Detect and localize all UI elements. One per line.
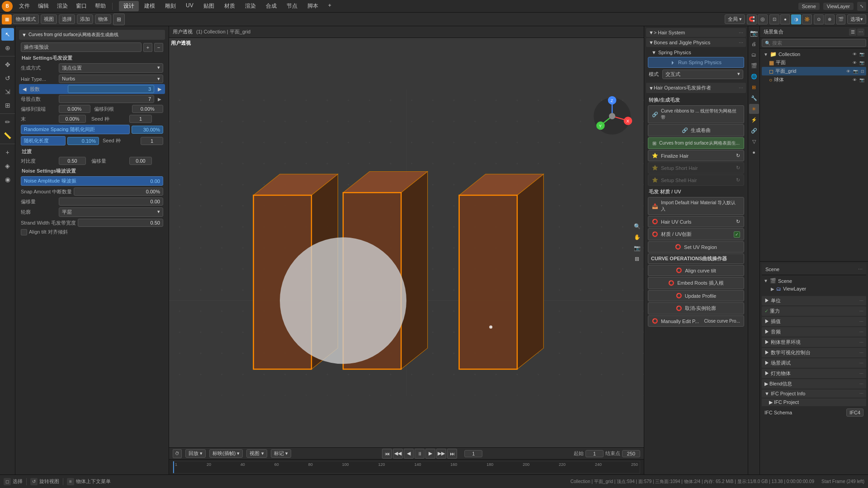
lights-section[interactable]: ▶ 灯光物体 ⋯	[762, 369, 866, 378]
object-props-icon[interactable]: ⊞	[749, 82, 759, 92]
curves-section-header[interactable]: ▼ Curves from grid surface从网格表面生成曲线	[19, 30, 165, 40]
particles-icon[interactable]: ✳	[749, 104, 759, 114]
playback-selector[interactable]: 标映(插帧) ▾	[209, 449, 243, 458]
maximize-btn[interactable]: ⤡	[857, 2, 866, 11]
gizmo-icon[interactable]: ⊕	[825, 14, 835, 24]
properties-options[interactable]: ⋯	[858, 267, 863, 272]
uv-curls-refresh-icon[interactable]: ↻	[736, 219, 740, 225]
scene-item[interactable]: ▼ 🎬 Scene	[762, 277, 866, 285]
scene-selector[interactable]: Scene	[798, 3, 820, 10]
jump-end-btn[interactable]: ⏭	[447, 449, 457, 459]
menu-render[interactable]: 渲染	[53, 1, 71, 11]
view-layer-item[interactable]: ▶ 🗂 ViewLayer	[762, 285, 866, 292]
tab-material[interactable]: 材质	[220, 1, 240, 11]
snap-offset-value[interactable]: 0.00	[59, 197, 163, 206]
object-mode-selector[interactable]: 物体模式	[13, 14, 39, 24]
strands-value[interactable]: 3	[68, 85, 154, 93]
scene-test-section[interactable]: ▶ 场景调试 ⋯	[762, 358, 866, 368]
end-frame-value[interactable]: 250	[622, 450, 640, 457]
viewport[interactable]: Z X Y 用户透视	[169, 38, 644, 447]
shell-hair-refresh-icon[interactable]: ↻	[736, 177, 740, 183]
snap-icon[interactable]: 🧲	[747, 14, 757, 24]
sphere-item[interactable]: ○ 球体 👁 📷	[762, 75, 866, 84]
render-preview-icon[interactable]: 🔆	[802, 14, 812, 24]
markers-selector[interactable]: 标记 ▾	[271, 449, 291, 458]
prev-frame-btn[interactable]: ◀	[404, 449, 414, 459]
offset-root-value[interactable]: 0.00%	[132, 105, 164, 113]
generate-curls-btn[interactable]: 🔗 生成卷曲	[648, 124, 744, 136]
annotate-tool[interactable]: ✏	[1, 116, 14, 128]
blend-info-section[interactable]: ▶ Blend信息 ⋯	[762, 379, 866, 389]
lights-options[interactable]: ⋯	[859, 371, 863, 376]
tab-texture[interactable]: 贴图	[199, 1, 219, 11]
output-props-icon[interactable]: 🖨	[749, 39, 759, 49]
plane-grid-render-icon[interactable]: 📷	[853, 69, 858, 74]
ifc-schema-value[interactable]: IFC4	[846, 408, 863, 417]
hair-uv-curls-btn[interactable]: ⭕ Hair UV Curls ↻	[648, 216, 744, 227]
rotate-view-btn[interactable]: ↺	[30, 478, 38, 485]
tab-sculpt[interactable]: 雕刻	[160, 1, 180, 11]
play-btn[interactable]: ⏸	[415, 449, 425, 459]
constraints-icon[interactable]: 🔗	[749, 126, 759, 136]
rigid-body-section[interactable]: ▶ 刚体世界环境 ⋯	[762, 338, 866, 347]
collection-item[interactable]: ▼ 📁 Collection 👁 📷	[762, 50, 866, 58]
menu-edit[interactable]: 编辑	[34, 1, 52, 11]
menu-window[interactable]: 窗口	[72, 1, 90, 11]
ifc-project-options[interactable]: ⋯	[859, 391, 863, 396]
setup-short-hair-btn[interactable]: ⭐ Setup Short Hair ↻	[648, 162, 744, 174]
audio-options[interactable]: ⋯	[859, 330, 863, 334]
preset-add-btn[interactable]: +	[143, 43, 152, 52]
plane-grid-item[interactable]: ◻ 平面_grid 👁 📷 ⊡	[762, 67, 866, 75]
tab-render[interactable]: 渲染	[241, 1, 260, 11]
cancel-example-btn[interactable]: ⭕ 取消-实例轮廓	[648, 302, 744, 314]
collection-render-icon[interactable]: 📷	[859, 52, 864, 56]
timeline-mode-btn[interactable]: ⏱	[173, 449, 182, 458]
select-menu[interactable]: 选择	[59, 14, 75, 24]
bones-options-icon[interactable]: ⋯	[739, 40, 743, 45]
setup-shell-hair-btn[interactable]: ⭐ Setup Shell Hair ↻	[648, 174, 744, 186]
physics-icon[interactable]: ⚡	[749, 115, 759, 125]
hair-operators-header[interactable]: ▼ Hair Operators毛发操作者 ⋯	[646, 83, 746, 93]
preset-remove-btn[interactable]: −	[154, 43, 163, 52]
preset-field[interactable]: 操作项预设	[21, 42, 142, 52]
close-curve-label[interactable]: Close curve Pro...	[702, 319, 740, 324]
add-object-tool[interactable]: +	[1, 146, 14, 159]
manually-edit-btn[interactable]: ⭕ Manually Edit P... Close curve Pro...	[648, 315, 744, 327]
rand-seed-value[interactable]: 1	[141, 137, 163, 145]
proportional-icon[interactable]: ◎	[758, 14, 768, 24]
strand-width-value[interactable]: 0.50	[78, 219, 163, 227]
ifc-project-section[interactable]: ▼ IFC Project Info ⋯	[762, 389, 866, 398]
hair-system-options-icon[interactable]: ⋯	[739, 30, 743, 35]
start-frame-value[interactable]: 1	[585, 450, 604, 457]
scene-visibility-icon[interactable]: 🎬	[836, 14, 845, 24]
hair-ops-options-icon[interactable]: ⋯	[739, 85, 743, 90]
gravity-section[interactable]: ✓ 重力 ⋯	[762, 306, 866, 316]
randomize-spacing-value[interactable]: 30.00%	[132, 126, 163, 134]
cursor-tool[interactable]: ⊕	[1, 42, 14, 54]
tip-value[interactable]: 0.00%	[59, 115, 86, 123]
snap-amount-value[interactable]: 0.00%	[74, 188, 163, 196]
wireframe-icon[interactable]: ⊡	[769, 14, 779, 24]
view-selector[interactable]: 视图 ▾	[246, 449, 267, 458]
hair-system-header[interactable]: ▼ > Hair System ⋯	[646, 28, 746, 37]
gravity-options[interactable]: ⋯	[859, 309, 863, 314]
control-points-btn[interactable]: ▶	[156, 97, 163, 102]
transform-tool[interactable]: ⊞	[1, 99, 14, 112]
tab-modeling[interactable]: 建模	[140, 1, 160, 11]
scale-tool[interactable]: ⇲	[1, 85, 14, 98]
control-points-value[interactable]: 7	[59, 95, 154, 103]
tab-design[interactable]: 设计	[119, 1, 139, 11]
menu-help[interactable]: 帮助	[91, 1, 109, 11]
select-tool[interactable]: ↖	[1, 28, 14, 41]
ifc-sub-item[interactable]: ▶ IFC Project	[762, 399, 866, 406]
modifier-icon[interactable]: 🔧	[749, 93, 759, 103]
plane-grid-extra-icon[interactable]: ⊡	[861, 69, 864, 74]
select-mode-btn[interactable]: ◻	[4, 478, 11, 485]
scene-test-options[interactable]: ⋯	[859, 361, 863, 366]
move-tool[interactable]: ✥	[1, 58, 14, 71]
randomize-length-value[interactable]: 0.10%	[67, 137, 99, 145]
filter-icon[interactable]: ☰	[849, 28, 856, 36]
units-section[interactable]: ▶ 单位 ⋯	[762, 296, 866, 305]
offset-vert-value[interactable]: 0.00%	[59, 105, 90, 113]
strands-decrement[interactable]: ◀	[21, 86, 28, 92]
